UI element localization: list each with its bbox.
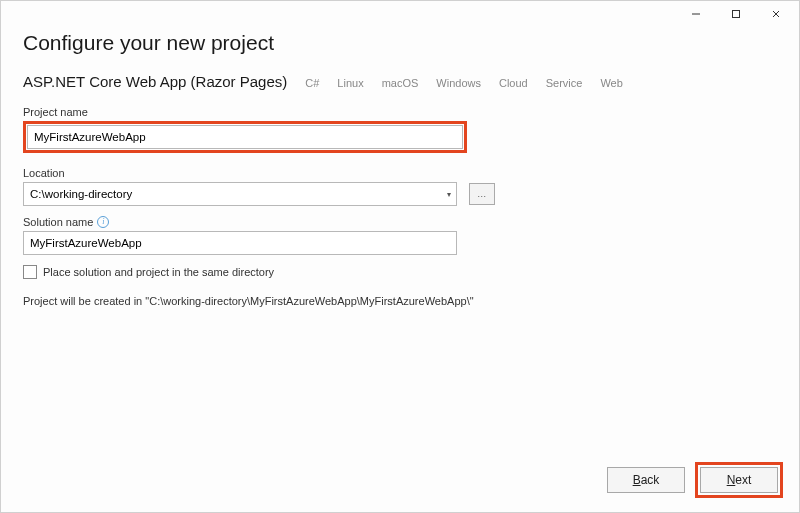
solution-name-group: Solution name i: [23, 216, 777, 255]
close-button[interactable]: [759, 3, 793, 25]
location-group: Location ▾ ...: [23, 167, 777, 206]
project-name-group: Project name: [23, 106, 777, 153]
tag-csharp: C#: [305, 77, 319, 89]
maximize-button[interactable]: [719, 3, 753, 25]
location-select-wrap: ▾: [23, 182, 457, 206]
next-button[interactable]: Next: [700, 467, 778, 493]
tag-cloud: Cloud: [499, 77, 528, 89]
same-directory-checkbox[interactable]: [23, 265, 37, 279]
solution-name-input[interactable]: [23, 231, 457, 255]
creation-path-note: Project will be created in "C:\working-d…: [23, 295, 777, 307]
back-rest: ack: [641, 473, 660, 487]
template-name: ASP.NET Core Web App (Razor Pages): [23, 73, 287, 90]
tag-macos: macOS: [382, 77, 419, 89]
template-row: ASP.NET Core Web App (Razor Pages) C# Li…: [23, 73, 777, 90]
page-title: Configure your new project: [23, 31, 777, 55]
location-label: Location: [23, 167, 777, 179]
project-name-input[interactable]: [27, 125, 463, 149]
tag-service: Service: [546, 77, 583, 89]
tag-windows: Windows: [436, 77, 481, 89]
next-rest: ext: [735, 473, 751, 487]
solution-name-label: Solution name: [23, 216, 93, 228]
dialog-content: Configure your new project ASP.NET Core …: [1, 27, 799, 307]
back-button[interactable]: Back: [607, 467, 685, 493]
info-icon[interactable]: i: [97, 216, 109, 228]
same-directory-row[interactable]: Place solution and project in the same d…: [23, 265, 777, 279]
tag-web: Web: [600, 77, 622, 89]
window-titlebar: [1, 1, 799, 27]
minimize-button[interactable]: [679, 3, 713, 25]
location-input[interactable]: [23, 182, 457, 206]
tag-linux: Linux: [337, 77, 363, 89]
project-name-highlight: [23, 121, 467, 153]
project-name-label: Project name: [23, 106, 777, 118]
browse-button[interactable]: ...: [469, 183, 495, 205]
svg-rect-1: [733, 11, 740, 18]
next-button-highlight: Next: [695, 462, 783, 498]
same-directory-label: Place solution and project in the same d…: [43, 266, 274, 278]
dialog-footer: Back Next: [607, 462, 783, 498]
